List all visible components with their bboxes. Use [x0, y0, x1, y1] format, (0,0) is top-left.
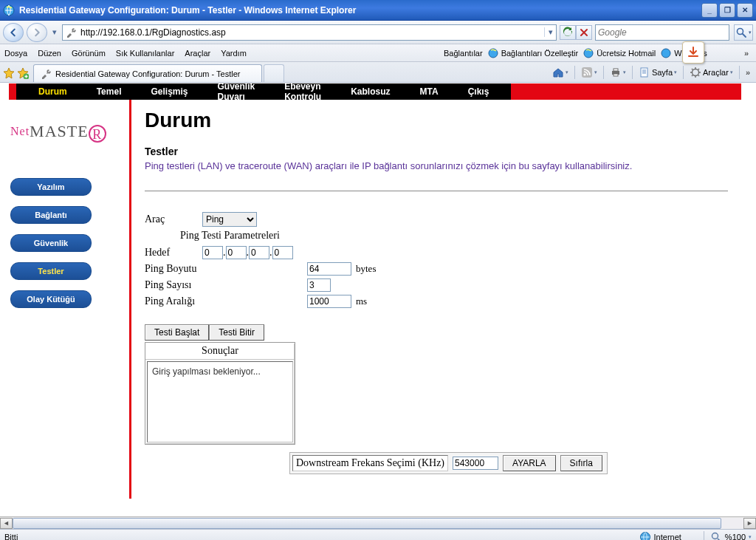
search-menu-caret[interactable]: ▾	[749, 30, 752, 35]
menu-help[interactable]: Yardım	[221, 49, 247, 58]
security-zone[interactable]: Internet	[639, 531, 681, 541]
links-overflow[interactable]: »	[741, 47, 752, 59]
site-tools-icon	[65, 27, 77, 38]
brand-logo: NetMASTER	[10, 122, 129, 141]
side-yazilim[interactable]: Yazılım	[10, 178, 92, 196]
menu-view[interactable]: Görünüm	[72, 49, 106, 58]
window-title: Residential Gateway Configuration: Durum…	[19, 5, 701, 16]
link-customize[interactable]: Bağlantıları Özelleştir	[487, 47, 579, 59]
status-bar: Bitti Internet %100 ▾	[0, 529, 756, 540]
router-sidebar: NetMASTER Yazılım Bağlantı Güvenlik Test…	[0, 100, 131, 499]
menu-file[interactable]: Dosya	[4, 49, 27, 58]
nav-temel[interactable]: Temel	[82, 86, 137, 97]
ping-count-input[interactable]	[307, 278, 331, 292]
new-tab-button[interactable]	[264, 64, 284, 82]
menu-tools[interactable]: Araçlar	[185, 49, 210, 58]
search-box[interactable]	[595, 24, 729, 41]
results-box: Sonuçlar Giriş yapılması bekleniyor...	[145, 342, 295, 445]
close-window-button[interactable]: ✕	[737, 3, 753, 18]
horizontal-scrollbar[interactable]: ◄ ►	[0, 516, 756, 529]
ping-size-input[interactable]	[307, 262, 351, 276]
results-body: Giriş yapılması bekleniyor...	[147, 361, 293, 442]
svg-point-7	[583, 73, 585, 75]
tools-menu[interactable]: Araçlar▾	[687, 65, 736, 80]
nav-gelismis[interactable]: Gelişmiş	[136, 86, 202, 97]
menu-edit[interactable]: Düzen	[38, 49, 61, 58]
scroll-left-arrow[interactable]: ◄	[0, 518, 13, 529]
svg-point-14	[712, 533, 718, 539]
back-button[interactable]	[3, 23, 24, 42]
address-dropdown[interactable]: ▾	[544, 27, 556, 37]
svg-point-1	[738, 28, 743, 34]
interval-label: Ping Aralığı	[145, 295, 307, 307]
router-main: Durum Testler Ping testleri (LAN) ve tra…	[131, 100, 741, 499]
side-baglanti[interactable]: Bağlantı	[10, 206, 92, 224]
download-notification-icon[interactable]	[682, 41, 704, 64]
size-unit: bytes	[356, 263, 376, 275]
side-olay[interactable]: Olay Kütüğü	[10, 290, 92, 308]
nav-durum[interactable]: Durum	[24, 86, 82, 97]
menu-favorites[interactable]: Sık Kullanılanlar	[116, 49, 175, 58]
search-button[interactable]: ▾	[734, 24, 753, 41]
minimize-button[interactable]: _	[701, 3, 718, 18]
status-text: Bitti	[4, 533, 18, 541]
svg-rect-9	[614, 69, 618, 71]
ping-interval-input[interactable]	[307, 295, 351, 308]
svg-rect-11	[641, 68, 647, 77]
reset-button[interactable]: Sıfırla	[560, 455, 602, 471]
scroll-right-arrow[interactable]: ►	[743, 518, 756, 529]
links-label: Bağlantılar	[444, 49, 483, 58]
side-guvenlik[interactable]: Güvenlik	[10, 234, 92, 252]
size-label: Ping Boyutu	[145, 263, 307, 275]
refresh-button[interactable]	[560, 25, 576, 40]
nav-mta[interactable]: MTA	[405, 86, 453, 97]
start-test-button[interactable]: Testi Başlat	[145, 324, 209, 341]
page-description: Ping testleri (LAN) ve traceroute (WAN) …	[145, 160, 728, 171]
feeds-button[interactable]: ▾	[578, 65, 600, 80]
forward-button[interactable]	[27, 23, 47, 42]
ip-octet-4[interactable]	[272, 246, 293, 259]
tool-select[interactable]: Ping	[202, 212, 257, 227]
nav-toolbar: ▾ ▾ ▾	[0, 21, 756, 44]
side-testler[interactable]: Testler	[10, 262, 92, 280]
browser-tab-active[interactable]: Residential Gateway Configuration: Durum…	[33, 64, 262, 82]
nav-kablosuz[interactable]: Kablosuz	[336, 86, 405, 97]
nav-history-dropdown[interactable]: ▾	[50, 27, 59, 37]
search-input[interactable]	[596, 27, 729, 38]
address-input[interactable]	[79, 27, 544, 38]
interval-unit: ms	[356, 295, 367, 307]
add-favorite-icon[interactable]	[17, 67, 29, 79]
tab-site-icon	[40, 68, 52, 80]
page-title: Durum	[145, 109, 728, 132]
address-bar[interactable]: ▾	[62, 24, 557, 41]
scroll-track[interactable]	[13, 518, 743, 529]
svg-point-13	[640, 532, 650, 540]
stop-test-button[interactable]: Testi Bitir	[209, 324, 264, 341]
print-button[interactable]: ▾	[607, 65, 629, 80]
maximize-button[interactable]: ❐	[719, 3, 735, 18]
ip-octet-1[interactable]	[202, 246, 223, 259]
nav-cikis[interactable]: Çıkış	[453, 86, 504, 97]
frequency-row: Downstream Frekans Seçimi (KHz) AYARLA S…	[289, 452, 608, 474]
ip-octet-2[interactable]	[226, 246, 247, 259]
tab-command-bar: Residential Gateway Configuration: Durum…	[0, 62, 756, 83]
router-top-nav: Durum Temel Gelişmiş Güvenlik Duvarı Ebe…	[0, 83, 741, 100]
favorites-star-icon[interactable]	[3, 67, 15, 79]
zoom-control[interactable]: %100 ▾	[704, 531, 752, 541]
apply-button[interactable]: AYARLA	[503, 455, 556, 471]
scroll-thumb[interactable]	[13, 518, 721, 529]
count-label: Ping Sayısı	[145, 279, 307, 291]
svg-point-4	[662, 49, 670, 58]
stop-button[interactable]	[576, 25, 592, 40]
page-menu[interactable]: Sayfa▾	[636, 65, 680, 80]
home-button[interactable]: ▾	[549, 65, 571, 80]
cmdbar-overflow[interactable]: »	[743, 66, 753, 78]
window-titlebar: Residential Gateway Configuration: Durum…	[0, 0, 756, 21]
divider	[145, 191, 728, 191]
tool-label: Araç	[145, 213, 202, 225]
link-hotmail[interactable]: Ücretsiz Hotmail	[583, 47, 656, 59]
ip-octet-3[interactable]	[249, 246, 269, 259]
results-header: Sonuçlar	[145, 343, 295, 360]
page-viewport: Durum Temel Gelişmiş Güvenlik Duvarı Ebe…	[0, 83, 756, 529]
freq-input[interactable]	[453, 457, 498, 470]
